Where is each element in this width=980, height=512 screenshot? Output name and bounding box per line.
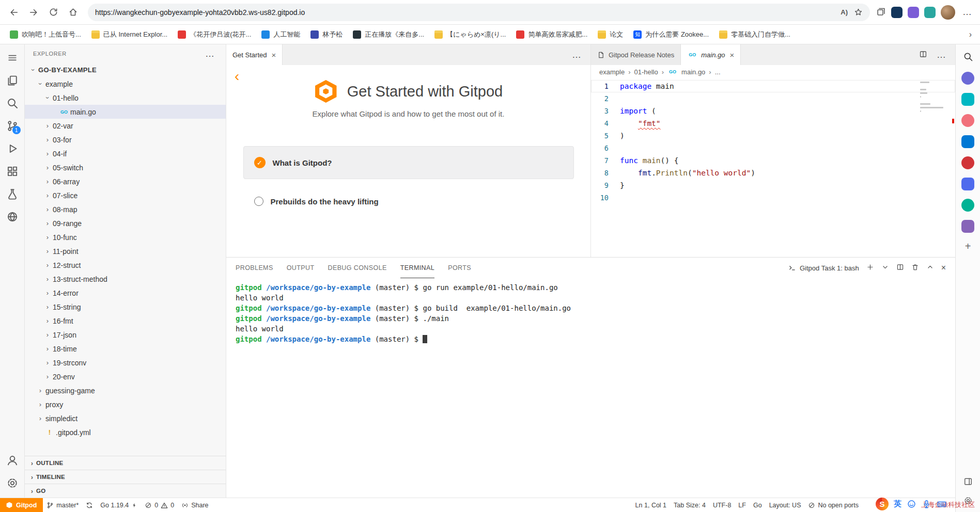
code-line[interactable]: 8 fmt.Println("hello world") — [591, 167, 955, 179]
tree-item[interactable]: ›04-if — [25, 147, 226, 161]
section-outline[interactable]: ›OUTLINE — [25, 456, 226, 470]
tree-item[interactable]: ›17-json — [25, 328, 226, 342]
chevron-down-icon[interactable] — [881, 263, 889, 273]
run-debug-icon[interactable] — [1, 137, 24, 160]
tree-item[interactable]: ›20-env — [25, 370, 226, 383]
explorer-icon[interactable] — [1, 69, 24, 92]
back-chevron-icon[interactable]: ‹ — [235, 69, 239, 84]
problems-status[interactable]: 0 0 — [141, 498, 178, 512]
close-icon[interactable]: × — [729, 51, 734, 59]
code-line[interactable]: 9} — [591, 179, 955, 191]
tree-item[interactable]: ›16-fmt — [25, 314, 226, 328]
tree-item[interactable]: ›03-for — [25, 133, 226, 147]
ime-keyboard-icon[interactable] — [937, 499, 947, 509]
tree-item[interactable]: ›18-time — [25, 342, 226, 356]
encoding[interactable]: UTF-8 — [709, 498, 735, 512]
code-line[interactable]: 10 — [591, 191, 955, 204]
tab-ports[interactable]: PORTS — [448, 258, 471, 278]
source-control-icon[interactable]: 1 — [1, 115, 24, 137]
tab-size[interactable]: Tab Size: 4 — [670, 498, 709, 512]
tree-item[interactable]: ›11-point — [25, 244, 226, 258]
tree-item[interactable]: ›12-struct — [25, 258, 226, 272]
settings-gear-icon[interactable] — [1, 472, 24, 494]
edge-app-icon-2[interactable] — [961, 93, 974, 106]
bookmark-item[interactable]: 零基础入门自学做... — [714, 28, 795, 41]
extension-icon-3[interactable] — [924, 7, 936, 18]
edge-app-icon-1[interactable] — [961, 72, 974, 85]
tab-debug-console[interactable]: DEBUG CONSOLE — [328, 258, 386, 278]
breadcrumb[interactable]: example› 01-hello› GO main.go› ... — [591, 65, 955, 78]
tree-item[interactable]: ›GO-BY-EXAMPLE — [25, 63, 226, 77]
minimap[interactable] — [920, 82, 948, 116]
code-line[interactable]: 6 — [591, 142, 955, 154]
bookmark-item[interactable]: 【にゃらめ×凛(り... — [430, 28, 510, 41]
edge-app-icon-7[interactable] — [961, 199, 974, 212]
edge-app-icon-8[interactable] — [961, 220, 974, 233]
share-button[interactable]: Share — [178, 498, 212, 512]
extension-icon-1[interactable] — [891, 7, 903, 18]
tree-item[interactable]: ›!.gitpod.yml — [25, 425, 226, 439]
split-terminal-icon[interactable] — [896, 263, 904, 273]
account-icon[interactable] — [1, 449, 24, 472]
extensions-icon[interactable] — [1, 160, 24, 183]
code-line[interactable]: 5) — [591, 130, 955, 142]
bookmark-item[interactable]: 人工智能 — [257, 28, 305, 41]
tab-terminal[interactable]: TERMINAL — [400, 258, 434, 278]
bookmarks-overflow-chevron[interactable]: › — [966, 30, 975, 39]
refresh-button[interactable] — [44, 4, 62, 21]
close-panel-icon[interactable]: × — [941, 263, 946, 273]
section-go[interactable]: ›GO — [25, 484, 226, 498]
checklist-item-prebuilds[interactable]: Prebuilds do the heavy lifting — [243, 197, 574, 206]
remote-globe-icon[interactable] — [1, 205, 24, 228]
ime-language-toggle[interactable]: 英 — [894, 499, 901, 509]
sidebar-layout-icon[interactable] — [963, 477, 973, 488]
ime-mic-icon[interactable] — [922, 499, 931, 509]
tree-item[interactable]: ›01-hello — [25, 91, 226, 105]
ports-status[interactable]: No open ports — [804, 498, 862, 512]
edge-app-icon-6[interactable] — [961, 178, 974, 190]
tree-item[interactable]: ›09-range — [25, 216, 226, 230]
code-line[interactable]: 2 — [591, 92, 955, 105]
extension-icon-2[interactable] — [908, 7, 919, 18]
testing-icon[interactable] — [1, 183, 24, 205]
edge-app-icon-4[interactable] — [961, 135, 974, 148]
edge-app-icon-5[interactable] — [961, 156, 974, 169]
bookmark-item[interactable]: 吹响吧！上低音号... — [5, 28, 86, 41]
language-mode[interactable]: Go — [750, 498, 766, 512]
tree-item[interactable]: ›07-slice — [25, 188, 226, 202]
new-terminal-icon[interactable] — [866, 263, 874, 273]
browser-profile-avatar[interactable] — [941, 5, 955, 20]
forward-button[interactable] — [25, 4, 42, 21]
sidebar-actions-icon[interactable]: … — [203, 49, 217, 59]
search-icon[interactable] — [1, 92, 24, 115]
add-sidebar-app-button[interactable]: + — [965, 241, 971, 251]
sync-status[interactable] — [82, 498, 97, 512]
bookmark-item[interactable]: 已从 Internet Explor... — [87, 28, 172, 41]
tree-item[interactable]: ›15-string — [25, 300, 226, 314]
ime-emoji-icon[interactable] — [907, 499, 916, 509]
tree-item[interactable]: ›08-map — [25, 202, 226, 216]
kill-terminal-icon[interactable] — [911, 263, 919, 273]
tab-problems[interactable]: PROBLEMS — [236, 258, 273, 278]
checklist-item-what-is-gitpod[interactable]: ✓ What is Gitpod? — [243, 146, 574, 179]
terminal-output[interactable]: gitpod /workspace/go-by-example (master)… — [226, 278, 955, 498]
close-icon[interactable]: × — [271, 51, 276, 59]
editor-actions-icon[interactable]: … — [570, 50, 584, 60]
bookmark-item[interactable]: 《花开伊吕波(花开... — [173, 28, 256, 41]
bookmark-item[interactable]: 正在播放《来自多... — [348, 28, 429, 41]
tree-item[interactable]: ›10-func — [25, 230, 226, 244]
read-aloud-icon[interactable]: A) — [841, 8, 848, 16]
code-area[interactable]: 1package main23import (4 "fmt"5)67func m… — [591, 78, 955, 257]
browser-menu-button[interactable]: … — [960, 7, 975, 18]
code-line[interactable]: 4 "fmt" — [591, 117, 955, 130]
tree-item[interactable]: ›14-error — [25, 286, 226, 300]
split-editor-icon[interactable] — [919, 50, 927, 60]
tree-item[interactable]: ›GOmain.go — [25, 105, 226, 119]
code-line[interactable]: 7func main() { — [591, 154, 955, 167]
bookmark-item[interactable]: 知为什么需要 Zookee... — [629, 28, 713, 41]
back-button[interactable] — [5, 4, 23, 21]
home-button[interactable] — [64, 4, 82, 21]
terminal-task-selector[interactable]: Gitpod Task 1: bash — [788, 264, 859, 272]
tree-item[interactable]: ›guessing-game — [25, 383, 226, 397]
menu-icon[interactable] — [1, 46, 24, 69]
